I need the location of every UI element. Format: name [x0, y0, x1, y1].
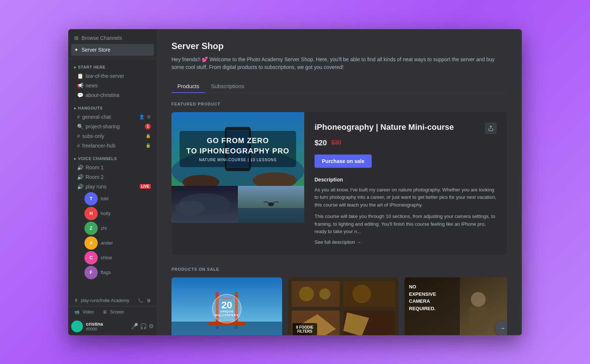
voice-current-label: play-runs/Indie Academy: [81, 298, 129, 303]
channel-general-chat[interactable]: # general-chat 👤 ⚙: [71, 112, 154, 122]
tab-subscriptions[interactable]: Subscriptions: [205, 80, 250, 93]
channel-freelancer-hub[interactable]: # freelancer-hub 🔒: [71, 141, 154, 150]
announcement-icon: 📢: [77, 83, 83, 89]
channel-project-sharing[interactable]: 🔍 project-sharing 1: [71, 122, 154, 131]
hash-icon-3: #: [77, 143, 80, 149]
store-icon: ✦: [74, 47, 79, 53]
film-overlay-text: NOEXPENSIVECAMERAREQUIRED.: [409, 283, 436, 334]
purchase-button[interactable]: Purchase on sale: [315, 155, 372, 168]
tabs: Products Subscriptions: [171, 80, 507, 93]
channel-about-christina[interactable]: 💬 about-christina: [71, 90, 154, 100]
featured-thumb-1: [171, 186, 238, 223]
screen-icon[interactable]: 🖥: [103, 309, 107, 315]
volume-icon: 🔊: [77, 164, 83, 170]
featured-section-label: FEATURED PRODUCT: [171, 102, 507, 106]
thread-icon: 💬: [77, 92, 83, 98]
voice-user-chloe[interactable]: C chloe: [71, 250, 154, 265]
browse-icon: ⊞: [74, 35, 79, 41]
screen-share-icon[interactable]: 🖥: [146, 298, 151, 303]
tab-products[interactable]: Products: [171, 80, 205, 93]
voice-user-ander[interactable]: A ander: [71, 236, 154, 250]
sidebar-bottom-area: 🎙 play-runs/Indie Academy 📞 🖥 📹 Video 🖥 …: [68, 295, 157, 335]
lock-icon-2: 🔒: [146, 143, 151, 148]
sidebar: ⊞ Browse Channels ✦ Server Store ▸ START…: [68, 29, 157, 335]
channel-play-runs[interactable]: 🔊 play runs LIVE: [71, 182, 154, 191]
description-title: Description: [315, 177, 497, 183]
voice-channel-current[interactable]: 🎙 play-runs/Indie Academy 📞 🖥: [68, 295, 157, 306]
mic-icon[interactable]: 🎤: [131, 323, 138, 330]
gear-icon[interactable]: ⚙: [147, 114, 151, 119]
svg-point-8: [175, 201, 205, 215]
unread-badge: 1: [145, 124, 151, 129]
price-current: $20: [315, 139, 327, 147]
channel-news[interactable]: 📢 news: [71, 81, 154, 90]
channel-room1[interactable]: 🔊 Room 1: [71, 163, 154, 172]
rules-icon: 📋: [77, 73, 83, 79]
hash-icon: #: [77, 114, 80, 120]
svg-point-25: [353, 285, 371, 303]
voice-user-holly[interactable]: H holly: [71, 206, 154, 221]
channel-subs-only[interactable]: # subs-only 🔒: [71, 131, 154, 141]
svg-point-23: [299, 287, 314, 301]
avatar-tobi: T: [84, 192, 98, 205]
server-store-item[interactable]: ✦ Server Store: [71, 44, 154, 56]
colinsadir-icon: 🎙: [74, 298, 79, 303]
user-panel[interactable]: cristina #0000 🎤 🎧 ⚙: [68, 318, 157, 335]
bottom-voice-bar[interactable]: 📹 Video 🖥 Screen: [68, 306, 157, 318]
section-hangouts: ▸ HANGOUTS: [68, 100, 157, 112]
volume-icon-2: 🔊: [77, 174, 83, 180]
featured-info: iPhoneography | Nature Mini-course $20 $…: [304, 112, 507, 256]
main-content: Server Shop Hey friends!! 💕 Welcome to t…: [157, 29, 522, 335]
section-voice-channels: ▸ VOICE CHANNELS: [68, 150, 157, 163]
voice-user-zhi[interactable]: Z zhi: [71, 221, 154, 236]
browse-channels-label: Browse Channels: [81, 35, 122, 41]
headphone-icon[interactable]: 🎧: [140, 323, 147, 330]
see-full-description[interactable]: See full description →: [315, 239, 497, 245]
voice-user-tobi[interactable]: T tobi: [71, 191, 154, 206]
price-container: $20 $30: [315, 139, 497, 147]
volume-icon-3: 🔊: [77, 184, 83, 190]
hash-icon-2: #: [77, 133, 80, 139]
description-text-2: This course will take you through 10 sec…: [315, 213, 497, 236]
sale-card-food-image: 8 FOODIEFILTERS: [288, 277, 399, 335]
settings-icon[interactable]: ⚙: [149, 323, 154, 330]
shop-description: Hey friends!! 💕 Welcome to the Photo Aca…: [171, 56, 503, 71]
hangouts-arrow: ▸: [74, 106, 77, 111]
channel-room2[interactable]: 🔊 Room 2: [71, 172, 154, 182]
app-window: ⊞ Browse Channels ✦ Server Store ▸ START…: [68, 29, 522, 335]
share-button[interactable]: [485, 122, 497, 134]
browse-channels-item[interactable]: ⊞ Browse Channels: [68, 32, 157, 44]
sale-card-film[interactable]: NOEXPENSIVECAMERAREQUIRED. Full Film Pho…: [405, 277, 507, 335]
next-button[interactable]: →: [495, 321, 507, 335]
sale-card-food[interactable]: 8 FOODIEFILTERS Foodie Filter Pack V5 | …: [288, 277, 399, 335]
voice-user-flags[interactable]: F flags: [71, 265, 154, 280]
channel-law-of-the-server[interactable]: 📋 law-of-the-server: [71, 71, 154, 81]
live-badge: LIVE: [140, 184, 151, 189]
user-controls: 🎤 🎧 ⚙: [131, 323, 154, 330]
avatar-flags: F: [84, 266, 98, 279]
avatar-user: [71, 320, 83, 332]
svg-rect-19: [292, 281, 340, 307]
shop-title: Server Shop: [171, 41, 507, 51]
server-store-label: Server Store: [81, 47, 111, 53]
sale-grid: 20 UNIQUEWALLPAPERS "A Love Letter to SF…: [171, 277, 507, 335]
voice-controls: 📞 🖥: [138, 298, 151, 303]
lock-icon: 🔒: [146, 134, 151, 138]
sidebar-top: ⊞ Browse Channels ✦ Server Store: [68, 29, 157, 59]
sale-card-film-image: NOEXPENSIVECAMERAREQUIRED.: [405, 277, 507, 335]
featured-images: GO FROM ZERO TO IPHONEOGRAPHY PRO NATURE…: [171, 112, 304, 256]
phone-icon[interactable]: 📞: [138, 298, 143, 303]
section-start-here: ▸ START HERE: [68, 59, 157, 71]
featured-thumb-2: [238, 186, 304, 223]
user-info: cristina #0000: [86, 321, 128, 331]
avatar-zhi: Z: [84, 222, 98, 235]
svg-rect-10: [238, 208, 304, 223]
svg-point-24: [319, 288, 330, 299]
video-icon[interactable]: 📹: [74, 309, 80, 315]
featured-overlay-text: GO FROM ZERO TO IPHONEOGRAPHY PRO NATURE…: [180, 131, 296, 167]
avatar-ander: A: [84, 236, 98, 250]
featured-title-text: iPhoneography | Nature Mini-course: [315, 122, 454, 132]
wallpaper-num: 20: [222, 300, 232, 310]
sale-section-label: PRODUCTS ON SALE: [171, 267, 507, 271]
sale-card-sf[interactable]: 20 UNIQUEWALLPAPERS "A Love Letter to SF…: [171, 277, 282, 335]
